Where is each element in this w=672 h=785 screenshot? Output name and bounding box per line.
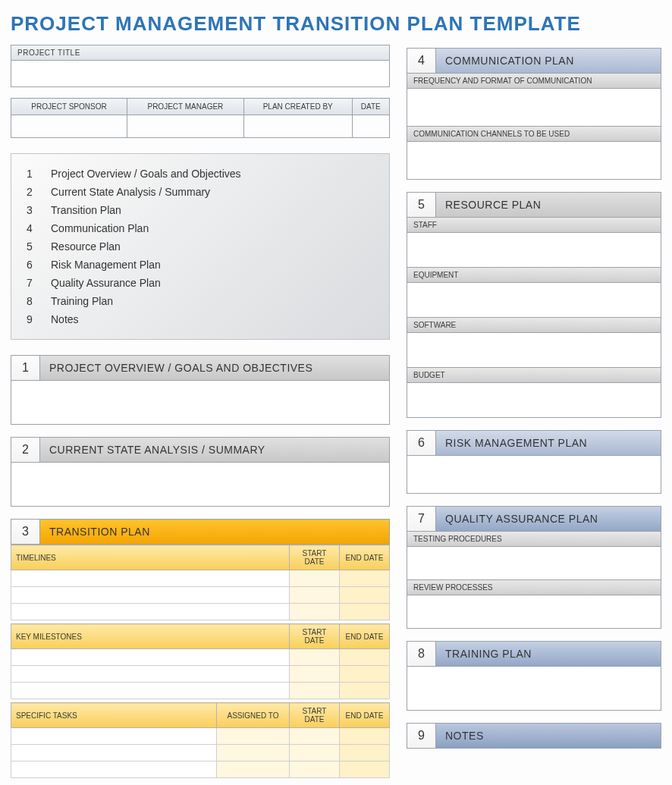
section-9: 9 NOTES <box>407 723 661 749</box>
section-2-body[interactable] <box>11 463 390 507</box>
table-cell[interactable] <box>290 728 340 745</box>
section-2: 2 CURRENT STATE ANALYSIS / SUMMARY <box>11 437 390 463</box>
col-manager: PROJECT MANAGER <box>127 99 244 115</box>
section-3: 3 TRANSITION PLAN <box>11 519 390 545</box>
toc-item-label: Training Plan <box>51 295 113 307</box>
table-cell[interactable] <box>340 728 390 745</box>
table-cell[interactable] <box>11 683 290 699</box>
col-sponsor: PROJECT SPONSOR <box>11 99 127 115</box>
qa-testing-body[interactable] <box>407 547 661 580</box>
qa-review-body[interactable] <box>407 595 661 629</box>
table-cell[interactable] <box>290 666 340 683</box>
section-7-title: QUALITY ASSURANCE PLAN <box>436 507 661 531</box>
section-7-num: 7 <box>407 507 436 531</box>
table-cell[interactable] <box>11 761 217 778</box>
tasks-end: END DATE <box>340 703 390 728</box>
table-cell[interactable] <box>290 649 340 666</box>
project-title-box: PROJECT TITLE <box>11 45 390 87</box>
timelines-end: END DATE <box>340 545 390 570</box>
table-cell[interactable] <box>340 570 390 587</box>
resource-staff-body[interactable] <box>407 233 661 268</box>
table-cell[interactable] <box>290 745 340 761</box>
toc-item-label: Notes <box>51 313 79 325</box>
table-row <box>11 666 390 683</box>
section-6-body[interactable] <box>407 456 661 494</box>
table-cell[interactable] <box>11 666 290 683</box>
resource-budget-body[interactable] <box>407 383 661 418</box>
table-cell[interactable] <box>340 649 390 666</box>
section-1-body[interactable] <box>11 381 390 425</box>
section-6-num: 6 <box>407 431 436 455</box>
toc-item: 1Project Overview / Goals and Objectives <box>27 165 374 183</box>
comm-freq-body[interactable] <box>407 89 661 127</box>
section-7: 7 QUALITY ASSURANCE PLAN <box>407 506 661 532</box>
table-cell[interactable] <box>11 728 217 745</box>
table-cell[interactable] <box>290 570 340 587</box>
resource-software-label: SOFTWARE <box>407 318 661 333</box>
timelines-start: START DATE <box>290 545 340 570</box>
toc-item-num: 4 <box>27 222 37 234</box>
section-8-num: 8 <box>407 642 436 666</box>
timelines-table-wrap: TIMELINES START DATE END DATE <box>11 545 390 620</box>
comm-channels-label: COMMUNICATION CHANNELS TO BE USED <box>407 127 661 142</box>
table-cell[interactable] <box>11 587 290 604</box>
section-2-num: 2 <box>11 438 40 462</box>
project-info-table: PROJECT SPONSOR PROJECT MANAGER PLAN CRE… <box>11 98 390 138</box>
resource-equipment-body[interactable] <box>407 283 661 318</box>
table-cell[interactable] <box>290 604 340 620</box>
project-title-label: PROJECT TITLE <box>11 46 389 61</box>
milestones-table: KEY MILESTONES START DATE END DATE <box>11 623 390 699</box>
table-cell[interactable] <box>217 745 290 761</box>
table-cell[interactable] <box>290 587 340 604</box>
val-manager[interactable] <box>127 115 244 138</box>
tasks-header: SPECIFIC TASKS <box>11 703 217 728</box>
table-cell[interactable] <box>340 666 390 683</box>
table-cell[interactable] <box>11 649 290 666</box>
table-cell[interactable] <box>11 604 290 620</box>
val-sponsor[interactable] <box>11 115 127 138</box>
table-cell[interactable] <box>290 761 340 778</box>
table-row <box>11 570 390 587</box>
table-cell[interactable] <box>11 745 217 761</box>
qa-testing-label: TESTING PROCEDURES <box>407 532 661 547</box>
tasks-assigned: ASSIGNED TO <box>217 703 290 728</box>
table-row <box>11 745 390 761</box>
toc-item-label: Risk Management Plan <box>51 259 161 271</box>
project-title-input[interactable] <box>11 61 389 86</box>
val-date[interactable] <box>352 115 389 138</box>
section-1-num: 1 <box>11 356 40 380</box>
right-column: 4 COMMUNICATION PLAN FREQUENCY AND FORMA… <box>407 45 661 785</box>
table-cell[interactable] <box>340 587 390 604</box>
section-3-num: 3 <box>11 520 40 544</box>
resource-budget-label: BUDGET <box>407 368 661 383</box>
table-cell[interactable] <box>290 683 340 699</box>
section-4: 4 COMMUNICATION PLAN <box>407 48 661 74</box>
left-column: PROJECT TITLE PROJECT SPONSOR PROJECT MA… <box>11 45 390 785</box>
section-5-num: 5 <box>407 193 436 217</box>
table-cell[interactable] <box>217 761 290 778</box>
toc-item-num: 5 <box>27 240 37 253</box>
table-row <box>11 649 390 666</box>
section-8-body[interactable] <box>407 667 661 711</box>
timelines-header: TIMELINES <box>11 545 290 570</box>
section-9-num: 9 <box>407 724 436 748</box>
toc-item-num: 6 <box>27 259 37 271</box>
resource-software-body[interactable] <box>407 333 661 368</box>
comm-freq-label: FREQUENCY AND FORMAT OF COMMUNICATION <box>407 74 661 89</box>
toc-item: 8Training Plan <box>27 292 374 310</box>
section-5: 5 RESOURCE PLAN <box>407 192 661 218</box>
table-cell[interactable] <box>340 745 390 761</box>
comm-channels-body[interactable] <box>407 142 661 180</box>
table-cell[interactable] <box>340 683 390 699</box>
section-1: 1 PROJECT OVERVIEW / GOALS AND OBJECTIVE… <box>11 355 390 381</box>
toc-item-num: 2 <box>27 186 37 198</box>
table-cell[interactable] <box>11 570 290 587</box>
table-cell[interactable] <box>340 761 390 778</box>
resource-equipment-label: EQUIPMENT <box>407 268 661 283</box>
toc-item-num: 1 <box>27 168 37 180</box>
toc-item: 4Communication Plan <box>27 219 374 237</box>
val-created[interactable] <box>243 115 352 138</box>
section-9-title: NOTES <box>436 724 661 748</box>
table-cell[interactable] <box>217 728 290 745</box>
table-cell[interactable] <box>340 604 390 620</box>
